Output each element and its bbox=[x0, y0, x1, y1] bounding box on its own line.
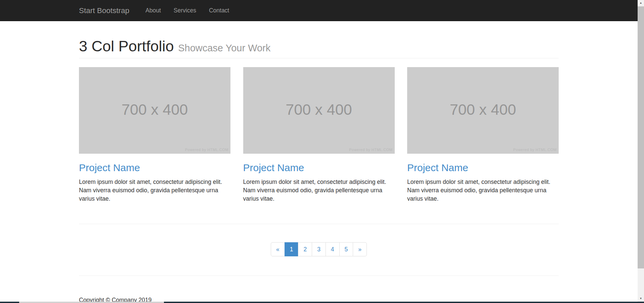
pagination-page-5[interactable]: 5 bbox=[339, 242, 353, 256]
project-thumbnail-link[interactable]: 700 x 400 Powered by HTML.COM bbox=[79, 67, 230, 154]
project-description: Lorem ipsum dolor sit amet, consectetur … bbox=[243, 178, 395, 203]
footer: Copyright © Company 2019 bbox=[79, 276, 559, 303]
portfolio-row: 700 x 400 Powered by HTML.COM Project Na… bbox=[79, 67, 559, 215]
placeholder-dimensions-label: 700 x 400 bbox=[450, 101, 516, 118]
page-title: 3 Col Portfolio Showcase Your Work bbox=[79, 38, 559, 55]
project-thumbnail-link[interactable]: 700 x 400 Powered by HTML.COM bbox=[407, 67, 559, 154]
bottom-bar-light-segment bbox=[19, 302, 164, 303]
bottom-bar-dark-right-segment bbox=[164, 302, 644, 303]
nav-link-services[interactable]: Services bbox=[167, 0, 203, 21]
page-subtitle: Showcase Your Work bbox=[178, 43, 270, 53]
page: Start Bootstrap About Services Contact 3… bbox=[0, 0, 638, 303]
portfolio-item: 700 x 400 Powered by HTML.COM Project Na… bbox=[407, 67, 559, 207]
pagination-page-1[interactable]: 1 bbox=[285, 242, 299, 256]
nav-link-about[interactable]: About bbox=[139, 0, 167, 21]
pagination-prev-button[interactable]: « bbox=[271, 242, 285, 256]
placeholder-dimensions-label: 700 x 400 bbox=[286, 101, 352, 118]
placeholder-watermark: Powered by HTML.COM bbox=[185, 148, 228, 152]
placeholder-dimensions-label: 700 x 400 bbox=[122, 101, 188, 118]
navbar-nav: About Services Contact bbox=[139, 0, 235, 21]
page-header: 3 Col Portfolio Showcase Your Work bbox=[79, 38, 559, 58]
page-title-text: 3 Col Portfolio bbox=[79, 38, 174, 55]
placeholder-watermark: Powered by HTML.COM bbox=[513, 148, 557, 152]
pagination-next-button[interactable]: » bbox=[353, 242, 367, 256]
portfolio-item: 700 x 400 Powered by HTML.COM Project Na… bbox=[243, 67, 395, 207]
project-thumbnail-link[interactable]: 700 x 400 Powered by HTML.COM bbox=[243, 67, 395, 154]
navbar-brand[interactable]: Start Bootstrap bbox=[79, 0, 136, 21]
project-description: Lorem ipsum dolor sit amet, consectetur … bbox=[407, 178, 559, 203]
scroll-up-arrow-icon: ▲ bbox=[640, 1, 642, 4]
pagination-page-4[interactable]: 4 bbox=[326, 242, 340, 256]
scrollbar-thumb[interactable] bbox=[638, 6, 644, 268]
scroll-up-button[interactable]: ▲ bbox=[638, 0, 644, 6]
vertical-scrollbar[interactable]: ▲ ▼ bbox=[638, 0, 644, 303]
bottom-bar-dark-left-segment bbox=[0, 302, 19, 303]
portfolio-item: 700 x 400 Powered by HTML.COM Project Na… bbox=[79, 67, 230, 207]
divider-after-portfolio bbox=[79, 224, 559, 224]
project-name-link[interactable]: Project Name bbox=[79, 162, 140, 173]
pagination-wrap: « 1 2 3 4 5 » bbox=[79, 242, 559, 256]
scroll-down-arrow-icon: ▼ bbox=[640, 297, 642, 300]
placeholder-watermark: Powered by HTML.COM bbox=[349, 148, 392, 152]
project-name-link[interactable]: Project Name bbox=[407, 162, 468, 173]
pagination-page-2[interactable]: 2 bbox=[298, 242, 312, 256]
scroll-down-button[interactable]: ▼ bbox=[638, 295, 644, 302]
pagination-page-3[interactable]: 3 bbox=[312, 242, 326, 256]
navbar: Start Bootstrap About Services Contact bbox=[0, 0, 638, 21]
nav-link-contact[interactable]: Contact bbox=[203, 0, 235, 21]
project-name-link[interactable]: Project Name bbox=[243, 162, 304, 173]
pagination: « 1 2 3 4 5 » bbox=[271, 242, 367, 256]
project-description: Lorem ipsum dolor sit amet, consectetur … bbox=[79, 178, 230, 203]
bottom-edge-bar bbox=[0, 302, 644, 303]
